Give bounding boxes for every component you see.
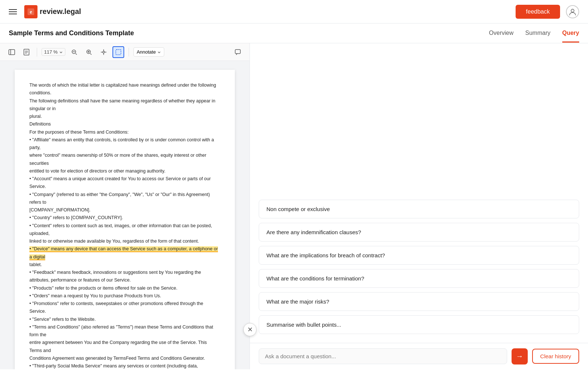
main-layout: 117 % Annotate (0, 43, 588, 369)
doc-title: Sample Terms and Conditions Template (9, 29, 134, 43)
page-view-button[interactable] (21, 46, 32, 58)
pdf-toolbar: 117 % Annotate (0, 43, 250, 61)
pdf-paragraph: Conditions Agreement was generated by Te… (29, 355, 220, 362)
chat-bar: → Clear history (250, 343, 588, 369)
pdf-paragraph: tablet. (29, 261, 220, 269)
svg-rect-17 (116, 50, 121, 55)
suggestion-card-2[interactable]: Are there any indemnification clauses? (259, 223, 579, 242)
pdf-paragraph: [COMPANY_INFORMATION]. (29, 206, 220, 214)
suggestions-list: Non compete or exclusive Are there any i… (259, 200, 579, 334)
pdf-paragraph: • "Content" refers to content such as te… (29, 222, 220, 238)
svg-text:e: e (30, 9, 32, 15)
send-button[interactable]: → (512, 348, 528, 364)
toolbar-divider-2 (129, 48, 129, 57)
tab-summary[interactable]: Summary (525, 30, 550, 43)
pdf-paragraph: Definitions (29, 120, 220, 128)
pdf-paragraph: • "Affiliate" means an entity that contr… (29, 136, 220, 152)
top-nav: e review.legal feedback (0, 0, 588, 23)
suggestion-card-1[interactable]: Non compete or exclusive (259, 200, 579, 218)
svg-rect-3 (9, 50, 15, 55)
pdf-highlighted-paragraph: • "Device" means any device that can acc… (29, 245, 220, 261)
pdf-page: The words of which the initial letter is… (15, 70, 235, 369)
suggestion-card-6[interactable]: Summarise with bullet points... (259, 315, 579, 334)
pdf-paragraph: • "Country" refers to [COMPANY_COUNTRY]. (29, 214, 220, 222)
pdf-paragraph: entitled to vote for election of directo… (29, 167, 220, 175)
pdf-paragraph: • "Account" means a unique account creat… (29, 175, 220, 191)
pdf-paragraph: • "Products" refer to the products or it… (29, 284, 220, 292)
pdf-content: The words of which the initial letter is… (0, 61, 250, 369)
pdf-paragraph: • "Third-party Social Media Service" mea… (29, 362, 220, 369)
right-panel: Non compete or exclusive Are there any i… (250, 43, 588, 369)
toolbar-divider-1 (37, 48, 37, 57)
chat-input[interactable] (259, 348, 507, 364)
comment-button[interactable] (232, 46, 244, 58)
svg-point-2 (571, 9, 574, 12)
pdf-paragraph: where "control" means ownership of 50% o… (29, 152, 220, 167)
suggestion-card-4[interactable]: What are the conditions for termination? (259, 269, 579, 288)
annotate-select[interactable]: Annotate (133, 47, 164, 57)
svg-line-15 (90, 54, 92, 55)
annotate-label: Annotate (137, 49, 156, 55)
pdf-paragraph: • "Company" (referred to as either "the … (29, 191, 220, 207)
pdf-paragraph: entire agreement between You and the Com… (29, 339, 220, 355)
close-icon: ✕ (247, 326, 253, 334)
user-avatar[interactable] (566, 5, 579, 18)
pdf-panel: 117 % Annotate (0, 43, 250, 369)
clear-history-button[interactable]: Clear history (532, 349, 579, 364)
close-suggestions-button[interactable]: ✕ (243, 323, 257, 336)
tab-overview[interactable]: Overview (489, 30, 514, 43)
pdf-paragraph: The following definitions shall have the… (29, 97, 220, 113)
pdf-paragraph: linked to or otherwise made available by… (29, 237, 220, 245)
sidebar-toggle-button[interactable] (6, 46, 18, 58)
logo-text: review.legal (40, 7, 81, 16)
logo[interactable]: e review.legal (24, 5, 81, 18)
svg-point-16 (103, 51, 104, 53)
query-area: Non compete or exclusive Are there any i… (250, 43, 588, 343)
feedback-button[interactable]: feedback (516, 5, 560, 19)
select-button[interactable] (112, 46, 124, 58)
pdf-paragraph: • "Promotions" refer to contests, sweeps… (29, 300, 220, 316)
zoom-in-button[interactable] (83, 46, 95, 58)
pdf-paragraph: • "Orders" mean a request by You to purc… (29, 292, 220, 300)
tab-query[interactable]: Query (562, 30, 579, 43)
zoom-out-button[interactable] (68, 46, 80, 58)
zoom-value: 117 % (44, 49, 58, 55)
highlight-text: • "Device" means any device that can acc… (29, 246, 218, 260)
pdf-paragraph: For the purposes of these Terms and Cond… (29, 128, 220, 136)
page-header: Sample Terms and Conditions Template Ove… (0, 23, 588, 43)
nav-left: e review.legal (9, 5, 81, 18)
svg-rect-18 (235, 50, 240, 54)
suggestion-card-5[interactable]: What are the major risks? (259, 292, 579, 311)
pdf-paragraph: • "Service" refers to the Website. (29, 316, 220, 323)
pdf-paragraph: plural. (29, 113, 220, 120)
pdf-paragraph: The words of which the initial letter is… (29, 81, 220, 97)
nav-right: feedback (516, 5, 579, 19)
pdf-paragraph: • "Feedback" means feedback, innovations… (29, 269, 220, 284)
pdf-paragraph: • "Terms and Conditions" (also referred … (29, 323, 220, 339)
tabs: Overview Summary Query (489, 30, 579, 43)
pan-button[interactable] (98, 46, 110, 58)
suggestion-card-3[interactable]: What are the implications for breach of … (259, 246, 579, 265)
logo-icon: e (24, 5, 37, 18)
zoom-display[interactable]: 117 % (42, 48, 65, 56)
svg-line-11 (76, 54, 77, 55)
hamburger-icon[interactable] (9, 9, 17, 14)
send-icon: → (516, 352, 523, 360)
